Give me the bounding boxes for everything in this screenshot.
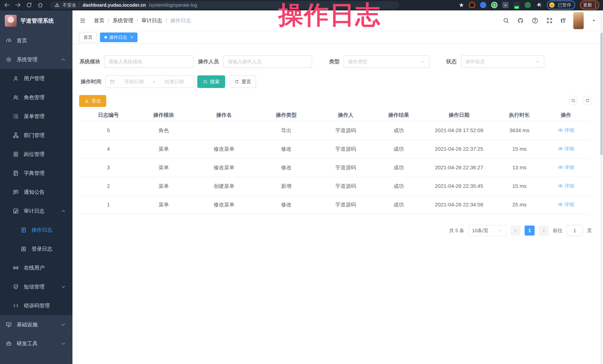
- detail-link[interactable]: 详细: [558, 127, 574, 133]
- browser-menu-icon[interactable]: [595, 2, 596, 8]
- user-avatar[interactable]: [573, 12, 584, 29]
- tags-bar: 首页 操作日志 ×: [72, 31, 603, 44]
- extension-icon-3[interactable]: y: [491, 2, 498, 8]
- badge-icon: [13, 151, 19, 157]
- forward-icon[interactable]: [15, 2, 21, 8]
- announcement-icon: [13, 189, 19, 195]
- scrollbar-thumb[interactable]: [600, 33, 603, 155]
- chevron-down-icon: [420, 59, 425, 64]
- prev-page-button[interactable]: [510, 226, 521, 236]
- fullscreen-icon[interactable]: [546, 17, 553, 24]
- app-logo[interactable]: 芋道管理系统: [0, 11, 72, 31]
- extension-icon-6[interactable]: [525, 2, 531, 8]
- sidebar-item-dictionary[interactable]: 字典管理: [0, 164, 72, 183]
- chevron-down-icon: [535, 59, 540, 64]
- extension-icon-2[interactable]: [480, 2, 486, 8]
- sidebar-item-audit-log[interactable]: 审计日志: [0, 202, 72, 221]
- sidebar-item-home[interactable]: 首页: [0, 31, 72, 50]
- warning-icon: [55, 3, 59, 7]
- breadcrumb-system[interactable]: 系统管理: [113, 17, 133, 24]
- reset-button[interactable]: 重置: [230, 75, 256, 88]
- status-select[interactable]: 操作状态: [461, 55, 544, 68]
- breadcrumb: 首页 / 系统管理 / 审计日志 / 操作日志: [94, 17, 191, 24]
- sidebar-fold-icon[interactable]: [79, 17, 86, 24]
- shield-icon: [13, 284, 19, 290]
- url-path: /system/log/operate-log: [149, 2, 197, 8]
- detail-link[interactable]: 详细: [558, 164, 574, 171]
- export-button[interactable]: 导出: [79, 95, 106, 107]
- font-size-icon[interactable]: tT: [561, 17, 566, 24]
- sidebar-item-posts[interactable]: 岗位管理: [0, 145, 72, 164]
- breadcrumb-audit-log[interactable]: 审计日志: [141, 17, 162, 24]
- toggle-search-button[interactable]: [568, 96, 578, 105]
- date-range-picker[interactable]: 开始日期 - 结束日期: [105, 75, 194, 88]
- sidebar-item-system[interactable]: 系统管理: [0, 50, 72, 69]
- tab-close-icon[interactable]: ×: [130, 35, 133, 40]
- end-date-placeholder[interactable]: 结束日期: [158, 78, 190, 85]
- app-title: 芋道管理系统: [20, 17, 54, 25]
- start-date-placeholder[interactable]: 开始日期: [118, 78, 150, 85]
- sidebar-item-departments[interactable]: 部门管理: [0, 126, 72, 145]
- sidebar-item-sms[interactable]: 短信管理: [0, 277, 72, 296]
- page-content: 系统模块 操作人员 类型 操作类型 状态 操作状态 操作时间 开: [72, 44, 603, 364]
- page-size-select[interactable]: 10条/页: [468, 225, 506, 236]
- table-row: 5 角色 导出 芋道源码 成功 2021-04-28 17:52:09 3634…: [79, 121, 591, 140]
- sidebar-item-login-log[interactable]: 登录日志: [0, 240, 72, 258]
- extension-icon-1[interactable]: [469, 2, 475, 8]
- app-root: 芋道管理系统 首页 系统管理 用户管理 角色管理: [0, 11, 603, 364]
- dictionary-icon: [13, 170, 19, 176]
- back-icon[interactable]: [4, 2, 10, 8]
- chevron-down-icon: [60, 322, 66, 327]
- next-page-button[interactable]: [539, 226, 549, 236]
- eye-icon: [558, 128, 563, 133]
- detail-link[interactable]: 详细: [558, 201, 574, 208]
- tab-operate-log[interactable]: 操作日志 ×: [100, 33, 138, 42]
- type-select[interactable]: 操作类型: [344, 55, 429, 68]
- bookmark-star-icon[interactable]: ★: [459, 2, 464, 8]
- main-panel: 首页 / 系统管理 / 审计日志 / 操作日志 tT: [72, 11, 603, 364]
- sidebar-item-announcements[interactable]: 通知公告: [0, 183, 72, 202]
- sidebar-item-infrastructure[interactable]: 基础设施: [0, 315, 72, 334]
- github-icon[interactable]: [517, 17, 524, 24]
- help-icon[interactable]: [532, 17, 538, 24]
- search-button[interactable]: 搜索: [197, 75, 225, 88]
- sidebar-item-error-codes[interactable]: 错误码管理: [0, 296, 72, 315]
- audit-icon: [13, 208, 19, 214]
- sidebar-item-menus[interactable]: 菜单管理: [0, 107, 72, 126]
- detail-link[interactable]: 详细: [558, 145, 574, 152]
- detail-link[interactable]: 详细: [558, 183, 574, 189]
- browser-actions: ★ y ◆ on 已暂停 更新: [459, 0, 599, 10]
- extension-icon-5[interactable]: on: [513, 2, 520, 8]
- eye-icon: [558, 146, 563, 151]
- goto-label: 前往: [553, 227, 563, 234]
- extension-icon-4[interactable]: ◆: [502, 2, 509, 8]
- module-input[interactable]: [104, 55, 194, 68]
- breadcrumb-home[interactable]: 首页: [94, 17, 104, 24]
- sidebar-item-online-users[interactable]: 在线用户: [0, 258, 72, 277]
- home-icon[interactable]: [37, 2, 44, 8]
- download-icon: [84, 99, 89, 103]
- update-button[interactable]: 更新: [580, 0, 599, 10]
- extensions-puzzle-icon[interactable]: [536, 2, 542, 8]
- module-label: 系统模块: [80, 55, 100, 68]
- reload-icon[interactable]: [26, 2, 32, 8]
- window-scrollbar[interactable]: [600, 11, 603, 364]
- operator-input[interactable]: [223, 55, 312, 68]
- time-label: 操作时间: [81, 75, 101, 88]
- caret-down-icon[interactable]: [591, 18, 596, 23]
- sidebar-item-users[interactable]: 用户管理: [0, 69, 72, 88]
- app-logo-image: [5, 15, 17, 27]
- goto-page-input[interactable]: [567, 225, 583, 236]
- search-icon[interactable]: [503, 17, 509, 24]
- sidebar-item-operate-log[interactable]: 操作日志: [0, 221, 72, 240]
- sidebar-item-dev-tools[interactable]: 研发工具: [0, 334, 72, 353]
- current-page-button[interactable]: 1: [525, 226, 535, 236]
- sidebar-item-roles[interactable]: 角色管理: [0, 88, 72, 107]
- tab-home[interactable]: 首页: [79, 33, 97, 42]
- profile-chip[interactable]: 已暂停: [547, 0, 575, 10]
- operator-label: 操作人员: [198, 55, 219, 68]
- refresh-table-button[interactable]: [583, 96, 592, 105]
- page-unit-label: 页: [587, 227, 592, 234]
- type-label: 类型: [329, 55, 340, 68]
- address-bar[interactable]: 不安全 dashboard.yudao.iocoder.cn /system/l…: [50, 1, 399, 9]
